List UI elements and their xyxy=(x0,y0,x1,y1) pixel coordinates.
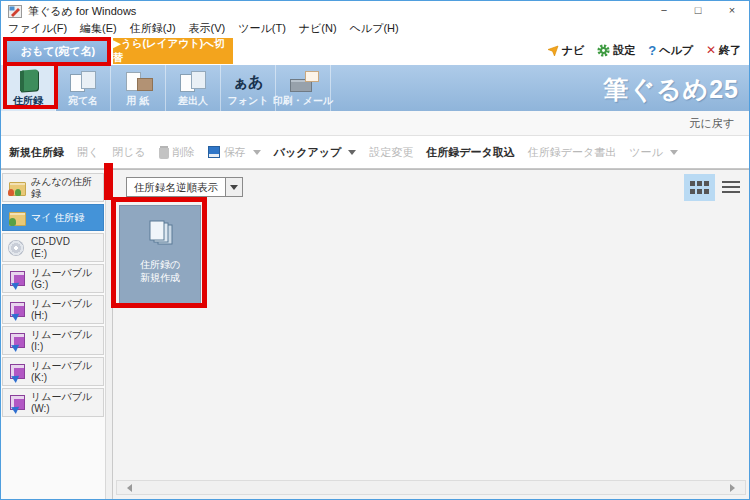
sidebar-drive-item[interactable]: リムーバブル (G:) xyxy=(2,264,104,293)
undo-bar: 元に戻す xyxy=(1,111,749,136)
product-logo: 筆ぐるめ25 xyxy=(603,73,739,106)
sidebar-drive-item[interactable]: リムーバブル (H:) xyxy=(2,295,104,324)
toolbar-button[interactable]: 開く xyxy=(77,145,99,160)
drive-label-line1: リムーバブル xyxy=(31,298,92,310)
drive-icon xyxy=(7,363,27,381)
address-book-sidebar: みんなの住所録 マイ 住所録 CD-DVD xyxy=(1,170,105,499)
sidebar-drive-item[interactable]: リムーバブル (W:) xyxy=(2,388,104,417)
settings-button[interactable]: 設定 xyxy=(597,43,635,58)
menu-item[interactable]: ヘルプ(H) xyxy=(350,21,399,35)
exit-button[interactable]: ✕ 終了 xyxy=(706,43,741,58)
menu-item[interactable]: 編集(E) xyxy=(80,21,117,35)
gear-icon xyxy=(597,44,610,57)
toolbar-button[interactable]: ツール xyxy=(629,145,678,160)
grid-view-button[interactable] xyxy=(684,174,715,201)
sidebar-scrollbar[interactable] xyxy=(105,170,113,499)
toolbar-button[interactable]: 削除 xyxy=(159,145,195,160)
drive-label: マイ 住所録 xyxy=(31,212,84,224)
drive-label-line2: (W:) xyxy=(31,403,92,415)
drive-label: リムーバブル (G:) xyxy=(31,267,92,290)
grid-view-icon xyxy=(690,181,709,194)
menu-item[interactable]: 住所録(J) xyxy=(130,21,176,35)
drive-label-line2: (K:) xyxy=(31,372,92,384)
ribbon-tab[interactable]: 用 紙 xyxy=(111,65,166,111)
toolbar-button[interactable]: 閉じる xyxy=(112,145,146,160)
ribbon-tab-label: 差出人 xyxy=(178,94,208,108)
toolbar-button-label: 住所録データ取込 xyxy=(426,145,515,160)
toolbar-button[interactable]: バックアップ xyxy=(274,145,357,160)
app-window: 筆ぐるめ for Windows − □ × ファイル(F)編集(E)住所録(J… xyxy=(0,0,750,500)
sidebar-drive-item[interactable]: マイ 住所録 xyxy=(2,204,104,231)
toolbar-button-label: バックアップ xyxy=(274,145,342,160)
ribbon-tab[interactable]: 宛て名 xyxy=(56,65,111,111)
toolbar-button[interactable]: 新規住所録 xyxy=(9,145,64,160)
toolbar-button[interactable]: 住所録データ取込 xyxy=(426,145,515,160)
ribbon-tab[interactable]: ぁあ フォント xyxy=(221,65,276,111)
drive-label-line1: リムーバブル xyxy=(31,360,92,372)
drive-label: リムーバブル (I:) xyxy=(31,329,92,352)
list-view-icon xyxy=(722,181,740,195)
toolbar-button[interactable]: 住所録データ書出 xyxy=(528,145,617,160)
drive-label-line2: (H:) xyxy=(31,310,92,322)
ribbon-tab-icon-text: ぁあ xyxy=(233,70,264,94)
menu-item[interactable]: ツール(T) xyxy=(238,21,286,35)
help-label: ヘルプ xyxy=(659,43,693,58)
ribbon-tab[interactable]: 差出人 xyxy=(166,65,221,111)
title-bar: 筆ぐるめ for Windows − □ × xyxy=(1,1,749,21)
create-new-address-book-label: 住所録の 新規作成 xyxy=(140,258,180,284)
drive-label-line2: (E:) xyxy=(31,248,70,260)
ribbon: 住所録 宛て名 用 紙 差出人 xyxy=(1,65,749,111)
exit-label: 終了 xyxy=(719,43,741,58)
toolbar-button-icon xyxy=(208,146,220,158)
sidebar-drive-item[interactable]: みんなの住所録 xyxy=(2,173,104,202)
menu-item[interactable]: ファイル(F) xyxy=(8,21,67,35)
create-new-address-book-card[interactable]: 住所録の 新規作成 xyxy=(119,205,201,304)
back-side-switch-button[interactable]: ▶うら(レイアウト)へ切替 xyxy=(113,38,233,64)
sidebar-drive-item[interactable]: リムーバブル (K:) xyxy=(2,357,104,386)
horizontal-scrollbar[interactable] xyxy=(116,480,746,495)
toolbar-button[interactable]: 設定変更 xyxy=(369,145,413,160)
sort-order-value: 住所録名逆順表示 xyxy=(127,178,225,196)
navi-cursor-icon xyxy=(546,44,559,57)
toolbar-button[interactable]: 保存 xyxy=(208,145,261,160)
menu-item[interactable]: 表示(V) xyxy=(189,21,226,35)
toolbar-button-label: ツール xyxy=(629,145,663,160)
settings-label: 設定 xyxy=(613,43,635,58)
menu-item[interactable]: ナビ(N) xyxy=(299,21,337,35)
ribbon-tab-label: 印刷・メール xyxy=(273,94,333,108)
navi-label: ナビ xyxy=(562,43,585,58)
minimize-button[interactable]: − xyxy=(647,1,681,21)
drive-label: リムーバブル (K:) xyxy=(31,360,92,383)
drive-label-line2: (I:) xyxy=(31,341,92,353)
help-button[interactable]: ? ヘルプ xyxy=(648,43,693,58)
toolbar-button-label: 住所録データ書出 xyxy=(528,145,617,160)
drive-label-line1: みんなの住所録 xyxy=(31,176,101,199)
ribbon-tab[interactable]: 住所録 xyxy=(1,65,56,111)
drive-label-line2: (G:) xyxy=(31,279,92,291)
drive-label-line1: リムーバブル xyxy=(31,267,92,279)
menu-bar: ファイル(F)編集(E)住所録(J)表示(V)ツール(T)ナビ(N)ヘルプ(H) xyxy=(1,21,749,35)
undo-button[interactable]: 元に戻す xyxy=(689,111,734,135)
ribbon-tab-icon xyxy=(288,69,318,93)
ribbon-tab-label: 宛て名 xyxy=(68,94,98,108)
window-title: 筆ぐるめ for Windows xyxy=(28,4,136,19)
close-x-icon: ✕ xyxy=(706,43,716,57)
dropdown-arrow-icon[interactable] xyxy=(225,178,242,196)
ribbon-tab[interactable]: 印刷・メール xyxy=(276,65,331,111)
ribbon-tab-icon xyxy=(13,69,43,93)
drive-label: みんなの住所録 xyxy=(31,176,101,199)
sidebar-drive-item[interactable]: リムーバブル (I:) xyxy=(2,326,104,355)
sidebar-drive-item[interactable]: CD-DVD (E:) xyxy=(2,233,104,262)
maximize-button[interactable]: □ xyxy=(681,1,715,21)
navi-button[interactable]: ナビ xyxy=(546,43,585,58)
toolbar-button-label: 保存 xyxy=(224,145,246,160)
front-side-button[interactable]: おもて(宛て名) xyxy=(6,38,110,64)
list-view-button[interactable] xyxy=(718,176,744,199)
drive-label-line1: CD-DVD xyxy=(31,236,70,248)
address-book-list-panel: 住所録名逆順表示 住所録の 新規作成 xyxy=(113,170,749,499)
question-icon: ? xyxy=(648,43,656,58)
close-button[interactable]: × xyxy=(715,1,749,21)
ribbon-tab-icon xyxy=(68,69,98,93)
ribbon-tab-icon xyxy=(178,69,208,93)
sort-order-dropdown[interactable]: 住所録名逆順表示 xyxy=(126,177,243,197)
